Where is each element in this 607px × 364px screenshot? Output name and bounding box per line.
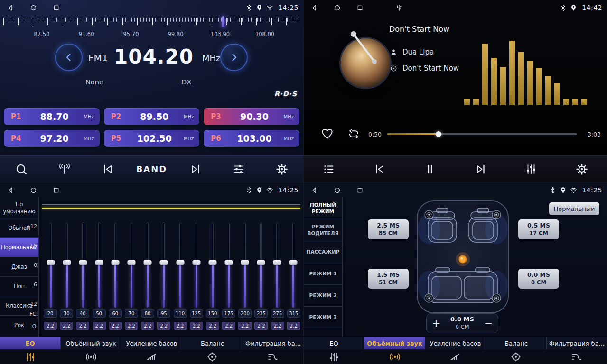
- broadcast-button[interactable]: [50, 163, 79, 175]
- eq-band-slider[interactable]: [189, 222, 204, 308]
- eq-slider-handle[interactable]: [176, 260, 184, 265]
- tab-bass-boost-button[interactable]: [425, 349, 486, 364]
- favorite-button[interactable]: [321, 127, 334, 140]
- tab-filter-button[interactable]: [546, 349, 607, 364]
- eq-slider-handle[interactable]: [273, 260, 281, 265]
- seek-down-button[interactable]: [55, 44, 83, 71]
- playlist-button[interactable]: [314, 163, 344, 175]
- eq-slider-handle[interactable]: [241, 260, 249, 265]
- seek-up-button[interactable]: [220, 44, 248, 71]
- eq-slider-handle[interactable]: [144, 260, 152, 265]
- eq-band-slider[interactable]: [44, 222, 58, 308]
- eq-band-slider[interactable]: [124, 222, 139, 308]
- eq-slider-handle[interactable]: [160, 260, 168, 265]
- pause-button[interactable]: [415, 163, 445, 175]
- recents-button[interactable]: [52, 186, 60, 194]
- tab-bass-boost[interactable]: Усиление басов: [425, 337, 486, 349]
- eq-band-slider[interactable]: [254, 222, 268, 308]
- tab-bass-boost[interactable]: Усиление басов: [121, 337, 182, 349]
- recents-button[interactable]: [356, 4, 364, 12]
- preset-p5[interactable]: P5 102.50 MHz: [104, 130, 200, 147]
- back-button[interactable]: [310, 186, 318, 194]
- tab-bass-boost-button[interactable]: [121, 349, 182, 364]
- eq-slider-handle[interactable]: [63, 260, 71, 265]
- eq-slider-handle[interactable]: [257, 260, 265, 265]
- eq-band-slider[interactable]: [222, 222, 236, 308]
- mode-driver[interactable]: РЕЖИМ ВОДИТЕЛЯ: [304, 219, 342, 241]
- tab-eq[interactable]: EQ: [304, 337, 364, 349]
- repeat-button[interactable]: [347, 127, 360, 140]
- tab-filter-button[interactable]: [243, 349, 303, 364]
- eq-band-slider[interactable]: [238, 222, 252, 308]
- eq-band-slider[interactable]: [140, 222, 155, 308]
- next-station-button[interactable]: [181, 163, 210, 175]
- tab-balance[interactable]: Баланс: [486, 337, 547, 349]
- eq-band-slider[interactable]: [286, 222, 300, 308]
- tab-surround[interactable]: Объёмный звук: [61, 337, 121, 349]
- eq-band-slider[interactable]: [76, 222, 90, 308]
- back-button[interactable]: [310, 4, 318, 12]
- eq-slider-handle[interactable]: [112, 260, 120, 265]
- recents-button[interactable]: [356, 186, 364, 194]
- listening-position-dot[interactable]: [456, 252, 470, 266]
- eq-slider-handle[interactable]: [192, 260, 200, 265]
- tab-balance-button[interactable]: [182, 349, 243, 364]
- tab-balance-button[interactable]: [486, 349, 546, 364]
- eq-band-slider[interactable]: [157, 222, 171, 308]
- eq-band-slider[interactable]: [270, 222, 284, 308]
- mode-passenger[interactable]: ПАССАЖИР: [304, 241, 342, 263]
- delay-increase-button[interactable]: +: [427, 314, 446, 333]
- mode-full[interactable]: ПОЛНЫЙ РЕЖИМ: [304, 198, 342, 219]
- eq-band-slider[interactable]: [205, 222, 220, 308]
- eq-band-slider[interactable]: [92, 222, 106, 308]
- delay-rear-right[interactable]: 0.0 MS 0 CM: [518, 269, 559, 289]
- recents-button[interactable]: [52, 4, 60, 12]
- equalizer-button[interactable]: [224, 163, 253, 175]
- preset-p6[interactable]: P6 103.00 MHz: [204, 130, 299, 147]
- tab-filter[interactable]: Фильтрация ба...: [547, 337, 607, 349]
- progress-slider[interactable]: [387, 133, 577, 135]
- delay-decrease-button[interactable]: −: [479, 314, 498, 333]
- tab-eq[interactable]: EQ: [0, 337, 61, 349]
- eq-slider-handle[interactable]: [79, 260, 87, 265]
- tuner-scale[interactable]: 87.50 91.60 95.70 99.80 103.90 108.00: [0, 16, 303, 39]
- position-preset-button[interactable]: Нормальный: [549, 202, 599, 215]
- delay-rear-left[interactable]: 1.5 MS 51 CM: [368, 269, 409, 289]
- preset-p4[interactable]: P4 97.20 MHz: [4, 130, 100, 147]
- eq-band-slider[interactable]: [60, 222, 74, 308]
- rear-bench-seat[interactable]: [428, 268, 497, 303]
- home-button[interactable]: [333, 186, 341, 194]
- eq-preset-default[interactable]: По умолчанию: [0, 198, 38, 218]
- preset-p2[interactable]: P2 89.50 MHz: [104, 108, 200, 125]
- scan-button[interactable]: [7, 163, 36, 175]
- next-track-button[interactable]: [466, 163, 495, 175]
- equalizer-button[interactable]: [516, 163, 546, 175]
- eq-slider-handle[interactable]: [289, 260, 297, 265]
- delay-front-right[interactable]: 0.5 MS 17 CM: [518, 219, 559, 239]
- tab-surround[interactable]: Объёмный звук: [364, 337, 425, 349]
- tab-filter[interactable]: Фильтрация ба...: [243, 337, 303, 349]
- eq-slider-handle[interactable]: [128, 260, 136, 265]
- eq-slider-handle[interactable]: [224, 260, 233, 265]
- previous-station-button[interactable]: [93, 163, 122, 175]
- previous-track-button[interactable]: [365, 163, 394, 175]
- home-button[interactable]: [333, 4, 341, 12]
- preset-p1[interactable]: P1 88.70 MHz: [4, 108, 100, 125]
- mode-1[interactable]: РЕЖИМ 1: [304, 263, 342, 285]
- back-button[interactable]: [7, 186, 15, 194]
- back-button[interactable]: [7, 4, 15, 12]
- eq-slider-handle[interactable]: [95, 260, 103, 265]
- tab-surround-button[interactable]: [364, 349, 425, 364]
- eq-slider-handle[interactable]: [208, 260, 216, 265]
- mode-2[interactable]: РЕЖИМ 2: [304, 285, 342, 307]
- band-button[interactable]: BAND: [136, 164, 168, 174]
- tab-eq-button[interactable]: [0, 349, 61, 364]
- eq-slider-handle[interactable]: [47, 260, 55, 265]
- car-diagram[interactable]: [417, 200, 509, 313]
- eq-band-slider[interactable]: [108, 222, 122, 308]
- settings-button[interactable]: [567, 163, 597, 175]
- eq-band-slider[interactable]: [173, 222, 187, 308]
- tab-surround-button[interactable]: [61, 349, 121, 364]
- mode-3[interactable]: РЕЖИМ 3: [304, 307, 342, 328]
- settings-button[interactable]: [267, 163, 297, 175]
